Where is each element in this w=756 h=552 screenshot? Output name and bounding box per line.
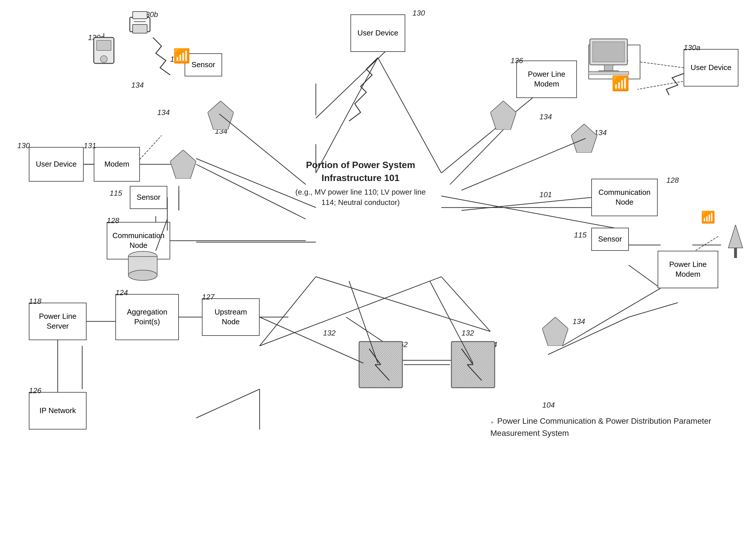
ref-115b: 115 — [574, 231, 586, 240]
svg-line-23 — [629, 265, 660, 288]
power-line-server: Power Line Server — [29, 303, 87, 340]
svg-marker-76 — [728, 225, 743, 248]
coupler-top-right — [491, 101, 516, 131]
ref-134f: 134 — [572, 317, 585, 326]
svg-line-6 — [259, 277, 316, 346]
ref-136: 136 — [511, 56, 523, 65]
user-device-right: User Device — [683, 49, 738, 87]
antenna-right-side — [724, 225, 747, 261]
node-154 — [450, 340, 496, 390]
connection-lines — [0, 0, 756, 552]
ref-118: 118 — [29, 297, 41, 306]
coupler-bottom-right — [542, 317, 568, 347]
ref-124: 124 — [115, 288, 128, 297]
system-name-label: ► Power Line Communication & Power Distr… — [491, 415, 721, 439]
svg-rect-81 — [593, 42, 625, 62]
connecting-lines-2 — [0, 0, 756, 552]
comm-node-right: Communication Node — [591, 179, 658, 216]
ref-132a: 132 — [323, 328, 335, 337]
power-line-modem-bottom-right: Power Line Modem — [658, 251, 718, 288]
svg-marker-50 — [170, 150, 196, 179]
user-device-left: User Device — [29, 147, 84, 181]
coupler-top-center — [208, 101, 234, 131]
ref-130-top: 130 — [413, 9, 425, 18]
svg-rect-77 — [734, 248, 737, 258]
modem-box: Modem — [94, 147, 140, 181]
node-152 — [358, 340, 404, 390]
ref-134d: 134 — [539, 112, 552, 121]
ref-131: 131 — [84, 141, 96, 150]
svg-text:📶: 📶 — [173, 47, 190, 64]
sensor-top-left: Sensor — [130, 186, 167, 209]
svg-line-16 — [316, 47, 390, 118]
device-130b-icon — [124, 9, 156, 41]
svg-line-25 — [629, 303, 678, 317]
coupler-right — [571, 124, 597, 154]
svg-line-96 — [450, 130, 503, 184]
svg-rect-38 — [130, 17, 150, 32]
svg-rect-62 — [128, 257, 157, 275]
ref-115a: 115 — [110, 189, 122, 198]
svg-line-7 — [259, 277, 441, 346]
svg-line-95 — [461, 138, 585, 190]
svg-marker-52 — [491, 101, 516, 130]
svg-line-102 — [695, 236, 718, 251]
ref-128-right: 128 — [666, 176, 679, 185]
user-device-top-center: User Device — [350, 14, 405, 52]
ref-130a: 130a — [683, 43, 700, 52]
svg-line-20 — [637, 81, 686, 89]
svg-line-88 — [259, 317, 363, 363]
svg-line-10 — [196, 389, 259, 418]
svg-line-101 — [640, 62, 683, 68]
aggregation-point: Aggregation Point(s) — [115, 294, 179, 340]
device-130c-icon — [85, 32, 123, 70]
svg-marker-48 — [208, 101, 234, 130]
svg-line-8 — [441, 277, 491, 331]
svg-rect-84 — [588, 72, 629, 75]
antenna-top-right: 📶 — [612, 75, 629, 92]
svg-rect-43 — [94, 37, 114, 63]
svg-line-9 — [316, 277, 491, 331]
ref-101a: 101 — [539, 190, 552, 199]
ref-130-left: 130 — [17, 141, 30, 150]
ref-134b: 134 — [157, 108, 170, 117]
sensor-right: Sensor — [591, 228, 629, 251]
wireless-squiggles — [0, 0, 756, 552]
svg-line-1 — [378, 58, 441, 173]
database-135 — [124, 251, 161, 284]
ref-128-left: 128 — [107, 216, 119, 225]
svg-rect-82 — [604, 65, 613, 71]
computer-icon-right — [585, 37, 632, 76]
svg-marker-54 — [571, 124, 597, 153]
coupler-left — [170, 150, 196, 180]
ip-network: IP Network — [29, 392, 87, 429]
power-line-modem-top-right: Power Line Modem — [516, 60, 577, 98]
upstream-node: Upstream Node — [202, 298, 259, 336]
wireless-signal-top: 📶 — [170, 45, 193, 69]
power-system-label: Portion of Power System Infrastructure 1… — [289, 158, 433, 208]
ref-132b: 132 — [461, 328, 474, 337]
ref-126: 126 — [29, 386, 41, 395]
ref-127: 127 — [202, 293, 214, 301]
diagram-container: Portion of Power System Infrastructure 1… — [0, 0, 756, 552]
ref-134a: 134 — [131, 81, 144, 90]
ref-104: 104 — [542, 401, 555, 410]
wireless-signal-right: 📶 — [701, 211, 715, 224]
svg-marker-56 — [542, 317, 568, 346]
svg-line-0 — [316, 58, 378, 173]
svg-line-94 — [461, 197, 591, 211]
